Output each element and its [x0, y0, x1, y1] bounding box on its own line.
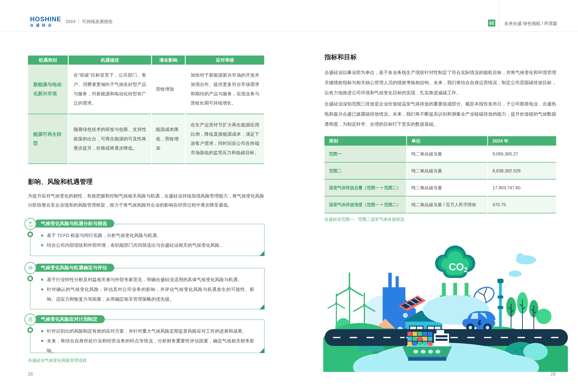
transmission-tower-icon: [497, 279, 504, 329]
step-bullet: 基于行业特性分析及利益相关者与外部专家意见，明确合盛硅业适用的具体气候变化风险与…: [41, 275, 254, 284]
timeline-node: [27, 231, 33, 237]
company-logo: HOSHINE 合盛硅业: [30, 16, 61, 27]
report-year: 2024: [66, 19, 75, 24]
timeline-node: [27, 276, 33, 281]
table-cell-impact: 营收增加: [152, 65, 185, 114]
column-header: 类别: [325, 136, 406, 146]
eco-city-illustration: CO2: [323, 230, 568, 372]
section-title: 影响、风险和机遇管理: [28, 177, 93, 186]
header-left: HOSHINE 合盛硅业 2024 可持续发展报告: [30, 16, 113, 27]
table-cell-category: 范围二: [325, 163, 406, 179]
table-cell-measures: 在生产运营环节扩大再生能源应用比例，降低直接能源成本，满足下游客户需求，同时回应…: [186, 114, 264, 164]
co2-cloud-icon: CO2: [435, 246, 475, 278]
section-paragraph: 合盛硅业以事业部为单位，基于各业务线生产现状针对性制定了符合实际情况的能耗目标，…: [325, 67, 556, 98]
column-header: 潜在影响: [152, 55, 185, 65]
step-content-box: 基于 TCFD 框架与同行实践，分析气候变化风险与机遇。 结合公司内部现状和外部…: [30, 224, 265, 256]
column-header: 机遇描述: [69, 55, 151, 65]
column-header: 机遇类别: [28, 55, 68, 65]
column-header: 2024 年: [488, 136, 556, 146]
column-header: 应对举措: [186, 55, 264, 65]
table-cell-impact: 能源成本降低，营收增加: [152, 114, 185, 164]
table-cell-category: 新能源与电动化新兴市场: [28, 65, 68, 114]
header-vertical-divider: [498, 0, 499, 31]
chapter-title: 未来合盛 绿色领航 / 环境篇: [504, 21, 557, 26]
section-title: 指标和目标: [325, 53, 357, 61]
step-bullet: 未来，将结合自身所处行业和经营业务的特点等情况，分析财务重要性评估因素，确定气候…: [41, 336, 254, 355]
divider: [79, 19, 79, 24]
step-bullet: 针对识别出的风险制定有效的应对方案，并针对重大气候风险定期监督风险应对工作的进展…: [41, 326, 254, 336]
column-header: 单位: [407, 136, 487, 146]
corner-fold: [259, 348, 265, 353]
trees-icon: [24, 262, 36, 274]
table-cell-description: 在“双碳”目标背景下，公共部门、客户、消费者更倾向于气候友好型产品与服务，对新能…: [69, 65, 151, 114]
table-cell-unit: 吨二氧化碳当量: [407, 163, 487, 179]
document-icon: [24, 314, 36, 325]
table-cell-value: 670.75: [488, 196, 556, 213]
table-cell-unit: 吨二氧化碳当量 / 百万人民币营收: [407, 196, 487, 213]
report-spread: HOSHINE 合盛硅业 2024 可持续发展报告 02 未来合盛 绿色领航 /…: [0, 0, 578, 392]
report-title: 可持续发展报告: [82, 19, 113, 24]
containers: [407, 332, 432, 346]
table-cell-value: 9,065,365.27: [488, 146, 556, 163]
chapter-number-badge: 02: [488, 20, 495, 27]
table-cell-value: 17,903,747.80: [488, 179, 556, 196]
table-caption: 合盛硅业范围一、范围二温室气体排放情况: [325, 217, 404, 222]
table-cell-unit: 吨二氧化碳当量: [407, 146, 487, 163]
step-title-pill: 气候变化风险与机遇分析与筛选: [35, 219, 114, 227]
page-number-right: 29: [550, 372, 556, 377]
step-content-box: 针对识别出的风险制定有效的应对方案，并针对重大气候风险定期监督风险应对工作的进展…: [30, 319, 265, 353]
step-bullet: 针对确认的气候变化风险，评估其对公司业务的影响，并评估气候变化风险与机遇发生的可…: [41, 284, 254, 304]
table-cell-category: 温室气体排放强度（范围一 + 范围二）: [325, 196, 406, 213]
table-cell-unit: 吨二氧化碳当量: [407, 179, 487, 196]
hands-plant-icon: [24, 218, 36, 230]
corner-fold: [259, 304, 265, 309]
tree-icon: [506, 292, 551, 332]
corner-fold: [259, 251, 265, 256]
opportunity-table: 机遇类别 机遇描述 潜在影响 应对举措 新能源与电动化新兴市场 在“双碳”目标背…: [28, 55, 264, 164]
table-cell-category: 能源可再生转型: [28, 114, 68, 164]
table-cell-description: 随着绿色技术的研发与创新、支持性政策的出台，可再生能源的可及性将逐步提升，价格或…: [69, 114, 151, 164]
logo-wordmark: HOSHINE: [30, 16, 61, 22]
emissions-table: 类别 单位 2024 年 范围一 吨二氧化碳当量 9,065,365.27 范围…: [325, 136, 556, 213]
header-rule: [0, 31, 578, 31]
timeline-node: [27, 327, 33, 333]
table-cell-category: 温室气体排放总量（范围一 + 范围二）: [325, 179, 406, 196]
table-cell-measures: 加快对于新能源新兴市场的开发并加强合作、提供更多符合市场需求和期待的产品与服务，…: [186, 65, 264, 114]
page-number-left: 28: [28, 372, 33, 377]
section-paragraph: 合盛硅业深知范围三排放是企业价值链温室气体排放的重要组成部分。截至本报告发布日，…: [325, 99, 556, 129]
step-bullet: 基于 TCFD 框架与同行实践，分析气候变化风险与机遇。: [41, 230, 254, 240]
step-title-pill: 气候变化风险应对计划制定: [35, 315, 105, 323]
chapter-title-wrap: 未来合盛 绿色领航 / 环境篇: [504, 21, 557, 26]
report-breadcrumb: 2024 可持续发展报告: [66, 19, 113, 24]
flow-caption: 合盛硅业气候变化风险管理流程: [28, 358, 87, 363]
chapter-badge-wrap: 02: [488, 20, 495, 27]
step-content-box: 基于行业特性分析及利益相关者与外部专家意见，明确合盛硅业适用的具体气候变化风险与…: [30, 268, 265, 309]
table-cell-value: 8,838,382.528: [488, 163, 556, 179]
step-bullet: 结合公司内部现状和外部环境，各职能部门共同筛选出与合盛硅业相关的气候变化风险。: [41, 240, 254, 250]
section-paragraph: 为提升应对气候变化的韧性，有效把握和控制气候相关风险与机遇，合盛硅业持续加强风险…: [28, 191, 264, 210]
step-title-pill: 气候变化风险与机遇确定与评估: [35, 264, 114, 272]
logo-chinese-name: 合盛硅业: [30, 23, 61, 27]
table-cell-category: 范围一: [325, 146, 406, 163]
